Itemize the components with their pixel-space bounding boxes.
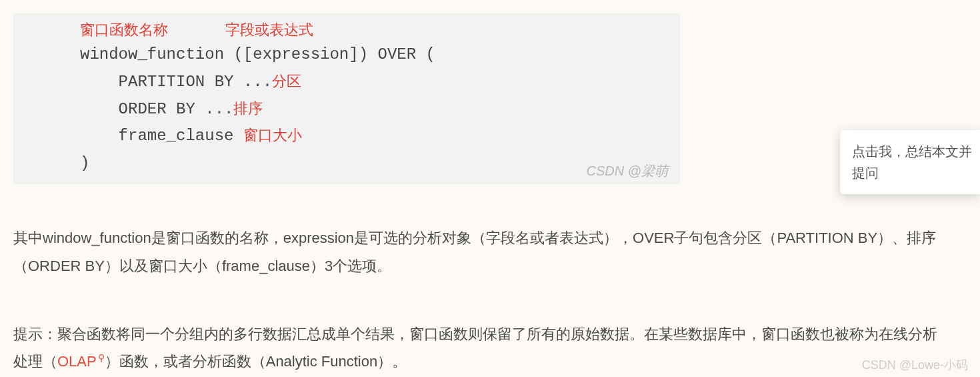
page-watermark: CSDN @Lowe-小码 bbox=[862, 357, 968, 373]
code-line-1: window_function ([expression]) OVER ( bbox=[13, 41, 680, 69]
annotation-partition: 分区 bbox=[272, 73, 301, 89]
explanation-paragraph-1: 其中window_function是窗口函数的名称，expression是可选的… bbox=[13, 224, 947, 280]
annotation-row-top: 窗口函数名称 字段或表达式 bbox=[13, 20, 680, 40]
explanation-paragraph-2: 提示：聚合函数将同一个分组内的多行数据汇总成单个结果，窗口函数则保留了所有的原始… bbox=[13, 320, 947, 376]
code-block: 窗口函数名称 字段或表达式 window_function ([expressi… bbox=[13, 13, 680, 184]
summary-tip-button[interactable]: 点击我，总结本文并提问 bbox=[840, 130, 980, 194]
annotation-frame: 窗口大小 bbox=[243, 127, 302, 143]
olap-link[interactable]: OLAP⚲ bbox=[57, 353, 105, 370]
annotation-order: 排序 bbox=[233, 100, 263, 117]
search-icon: ⚲ bbox=[98, 349, 105, 367]
code-line-2-prefix: PARTITION BY ... bbox=[80, 73, 272, 91]
code-watermark: CSDN @梁萌 bbox=[586, 162, 668, 180]
paragraph2-suffix: ）函数，或者分析函数（Analytic Function）。 bbox=[105, 353, 407, 370]
annotation-expression: 字段或表达式 bbox=[225, 20, 313, 40]
code-line-5: ) bbox=[13, 150, 680, 177]
code-line-3-prefix: ORDER BY ... bbox=[80, 100, 233, 118]
olap-text: OLAP bbox=[57, 353, 97, 370]
annotation-window-function: 窗口函数名称 bbox=[80, 20, 168, 40]
code-line-4: frame_clause 窗口大小 bbox=[13, 123, 680, 150]
code-line-2: PARTITION BY ...分区 bbox=[13, 69, 680, 96]
code-line-3: ORDER BY ...排序 bbox=[13, 96, 680, 123]
code-line-4-prefix: frame_clause bbox=[80, 127, 243, 145]
